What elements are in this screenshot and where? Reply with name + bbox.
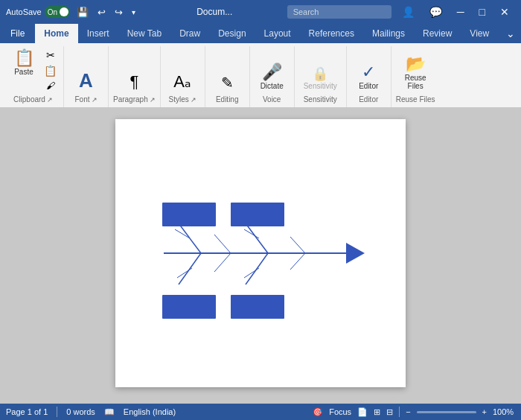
- tab-draw[interactable]: Draw: [170, 24, 209, 43]
- close-button[interactable]: ✕: [494, 3, 515, 21]
- clipboard-group: 📋 Paste ✂ 📋 🖌 Clipboard ↗: [3, 46, 64, 107]
- editor-group: ✓ Editor Editor: [347, 46, 391, 107]
- zoom-in-icon[interactable]: +: [482, 407, 487, 416]
- editor-icon: ✓: [362, 64, 375, 80]
- paragraph-label: Paragraph ↗: [113, 94, 156, 106]
- paste-button[interactable]: 📋 Paste: [7, 48, 40, 78]
- svg-line-11: [214, 253, 231, 272]
- tab-review[interactable]: Review: [414, 24, 461, 43]
- svg-marker-1: [346, 243, 365, 264]
- styles-expand-icon[interactable]: ↗: [191, 96, 196, 104]
- zoom-slider[interactable]: [417, 411, 476, 413]
- zoom-out-icon[interactable]: −: [406, 407, 410, 416]
- word-count: 0 words: [66, 407, 95, 416]
- view-icon2[interactable]: ⊟: [386, 407, 393, 417]
- window-controls: 👤 💬 ─ □ ✕: [396, 3, 515, 21]
- tab-file[interactable]: File: [0, 24, 35, 43]
- autosave-area: AutoSave On: [6, 6, 70, 18]
- tab-newtab[interactable]: New Tab: [118, 24, 170, 43]
- editing-group: ✎ Editing: [205, 46, 250, 107]
- status-right: 🎯 Focus 📄 ⊞ ⊟ − + 100%: [313, 407, 515, 417]
- paste-label: Paste: [14, 68, 33, 76]
- editor-button[interactable]: ✓ Editor: [352, 62, 385, 92]
- status-divider-2: [399, 407, 400, 417]
- tab-insert[interactable]: Insert: [78, 24, 118, 43]
- clipboard-side: ✂ 📋 🖌: [42, 48, 59, 92]
- undo-button[interactable]: ↩: [95, 6, 108, 19]
- autosave-on-label: On: [48, 8, 57, 16]
- fishbone-diagram: [134, 141, 387, 365]
- main-area: [0, 107, 521, 404]
- paragraph-icon: ¶: [130, 74, 138, 90]
- styles-items: Aₐ: [166, 48, 199, 94]
- clipboard-expand-icon[interactable]: ↗: [47, 96, 53, 104]
- clipboard-label: Clipboard ↗: [13, 94, 53, 106]
- dictate-label: Dictate: [260, 82, 284, 90]
- tab-home[interactable]: Home: [35, 24, 77, 43]
- reuse-files-group: 📂 ReuseFiles Reuse Files: [391, 46, 440, 107]
- format-painter-button[interactable]: 🖌: [42, 79, 59, 92]
- redo-button[interactable]: ↪: [112, 6, 125, 19]
- svg-line-13: [290, 253, 305, 270]
- save-button[interactable]: 💾: [74, 6, 91, 19]
- dictate-icon: 🎤: [262, 64, 282, 80]
- proofing-icon[interactable]: 📖: [104, 407, 115, 417]
- paragraph-items: ¶: [118, 48, 150, 94]
- voice-label: Voice: [263, 94, 281, 106]
- styles-icon: Aₐ: [173, 74, 191, 90]
- sensitivity-icon: 🔒: [312, 67, 328, 80]
- voice-group: 🎤 Dictate Voice: [250, 46, 295, 107]
- styles-group: Aₐ Styles ↗: [161, 46, 205, 107]
- focus-icon[interactable]: 🎯: [313, 407, 323, 417]
- status-bar: Page 1 of 1 0 words 📖 English (India) 🎯 …: [0, 404, 521, 420]
- share-button[interactable]: 👤: [396, 3, 421, 21]
- font-button[interactable]: A: [70, 69, 103, 92]
- styles-button[interactable]: Aₐ: [166, 71, 199, 92]
- font-label: Font ↗: [74, 94, 97, 106]
- font-expand-icon[interactable]: ↗: [92, 96, 98, 104]
- tab-layout[interactable]: Layout: [255, 24, 300, 43]
- tab-references[interactable]: References: [300, 24, 363, 43]
- tab-mailings[interactable]: Mailings: [363, 24, 414, 43]
- sensitivity-button[interactable]: 🔒 Sensitivity: [299, 65, 342, 92]
- autosave-knob: [60, 7, 68, 16]
- search-input[interactable]: [287, 5, 391, 19]
- font-items: A: [70, 48, 103, 94]
- view-mode-icon[interactable]: 📄: [357, 407, 368, 417]
- paste-area: 📋 Paste ✂ 📋 🖌: [7, 48, 59, 92]
- restore-button[interactable]: □: [473, 3, 491, 21]
- comment-button[interactable]: 💬: [423, 3, 448, 21]
- cut-button[interactable]: ✂: [42, 48, 59, 63]
- sensitivity-label-group: Sensitivity: [304, 94, 337, 106]
- editing-label: Editing: [216, 94, 239, 106]
- reuse-files-items: 📂 ReuseFiles: [399, 48, 432, 94]
- reuse-files-button[interactable]: 📂 ReuseFiles: [399, 54, 432, 92]
- svg-rect-17: [231, 295, 284, 319]
- document-page: [115, 119, 406, 387]
- editing-icon: ✎: [221, 75, 234, 90]
- tab-design[interactable]: Design: [209, 24, 255, 43]
- page-info: Page 1 of 1: [6, 407, 48, 416]
- language[interactable]: English (India): [124, 407, 176, 416]
- paragraph-expand-icon[interactable]: ↗: [150, 96, 156, 104]
- document-title: Docum...: [147, 7, 283, 17]
- zoom-level[interactable]: 100%: [493, 407, 515, 416]
- ribbon-collapse-button[interactable]: ⌄: [500, 24, 521, 43]
- styles-label: Styles ↗: [169, 94, 196, 106]
- layout-icon[interactable]: ⊞: [374, 407, 380, 417]
- sensitivity-items: 🔒 Sensitivity: [299, 48, 342, 94]
- editing-button[interactable]: ✎: [211, 73, 243, 92]
- tab-view[interactable]: View: [461, 24, 498, 43]
- minimize-button[interactable]: ─: [451, 3, 470, 21]
- customize-quick-access-button[interactable]: ▾: [130, 7, 138, 17]
- copy-button[interactable]: 📋: [42, 63, 59, 78]
- autosave-label: AutoSave: [6, 7, 42, 16]
- dictate-button[interactable]: 🎤 Dictate: [255, 62, 288, 92]
- focus-label[interactable]: Focus: [329, 407, 351, 416]
- svg-rect-15: [231, 203, 284, 226]
- autosave-toggle[interactable]: On: [45, 6, 70, 18]
- title-bar: AutoSave On 💾 ↩ ↪ ▾ Docum... 👤 💬 ─ □ ✕: [0, 0, 521, 24]
- paragraph-button[interactable]: ¶: [118, 71, 150, 92]
- clipboard-items: 📋 Paste ✂ 📋 🖌: [7, 48, 59, 94]
- svg-line-3: [246, 223, 268, 253]
